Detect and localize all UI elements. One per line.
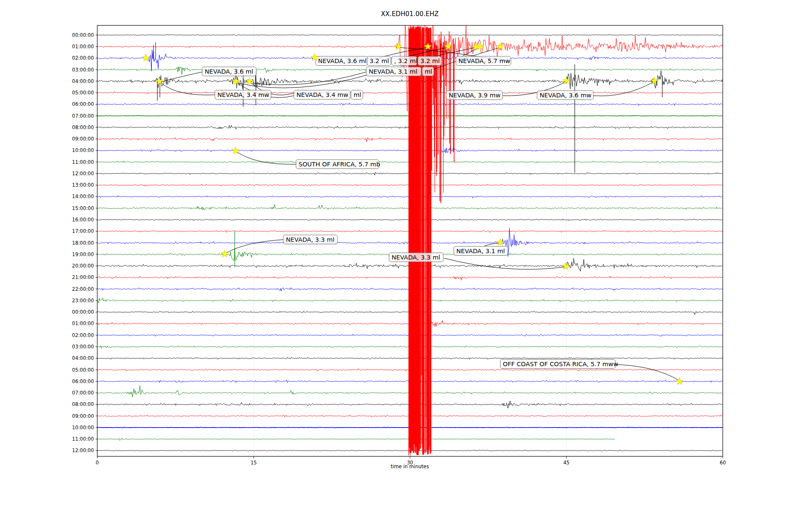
event-label-text: NEVADA, 3.9 mw (449, 92, 501, 99)
event-label: NEVADA, 3.4 mw (215, 90, 271, 99)
event-label-text: ml (354, 91, 361, 98)
event-star-icon (676, 378, 683, 384)
event-label: NEVADA, 3.3 ml (283, 235, 337, 244)
event-label-text: NEVADA, 3.6 mw (540, 92, 592, 99)
annotation-connector (252, 72, 366, 85)
row-time-label: 12:00:00 (72, 171, 94, 177)
event-label-text: NEVADA, 3.6 ml (205, 68, 253, 75)
annotation-connector (238, 152, 296, 164)
event-label: NEVADA, 3.6 mw (537, 91, 593, 100)
row-time-label: 07:00:00 (72, 113, 94, 119)
event-label: 3.2 ml (367, 56, 391, 66)
event-label: 3.2 ml (418, 56, 442, 66)
event-label: SOUTH OF AFRICA, 5.7 mb (296, 160, 380, 169)
event-label: NEVADA, 3.1 ml (454, 246, 508, 256)
event-label-text: , 3.2 ml (394, 58, 417, 64)
row-time-label: 00:00:00 (72, 309, 94, 315)
row-time-label: 05:00:00 (72, 367, 94, 373)
x-tick-label: 60 (720, 460, 726, 466)
row-time-label: 07:00:00 (72, 390, 94, 396)
row-time-label: 14:00:00 (72, 193, 94, 199)
row-time-label: 11:00:00 (72, 436, 94, 442)
plot-title: XX.EDH01.00.EHZ (381, 10, 439, 18)
row-time-label: 09:00:00 (72, 136, 94, 142)
event-label: NEVADA, 5.7 mw (456, 56, 511, 66)
row-time-label: 18:00:00 (72, 240, 94, 246)
row-time-label: 23:00:00 (72, 298, 94, 304)
row-time-label: 06:00:00 (72, 378, 94, 384)
trace-row-35-11:00:00 (97, 438, 615, 441)
event-label: NEVADA, 3.4 mw (294, 90, 350, 99)
row-time-label: 20:00:00 (72, 263, 94, 269)
x-axis-label: time in minutes (391, 464, 429, 469)
event-star-icon (395, 43, 402, 50)
helicorder-plot: 00:00:0001:00:0002:00:0003:00:0004:00:00… (0, 0, 812, 508)
row-time-label: 13:00:00 (72, 182, 94, 188)
row-time-label: 03:00:00 (72, 344, 94, 350)
row-time-label: 00:00:00 (72, 32, 94, 38)
row-time-label: 03:00:00 (72, 67, 94, 73)
annotation-connector (227, 240, 283, 253)
event-label: , 3.2 ml (392, 56, 417, 66)
annotation-connector (593, 83, 653, 96)
axis-ticks-and-labels: 00:00:0001:00:0002:00:0003:00:0004:00:00… (72, 32, 726, 466)
annotation-connector (615, 364, 678, 380)
event-star-icon (221, 250, 228, 257)
event-label-text: SOUTH OF AFRICA, 5.7 mb (299, 161, 380, 168)
event-star-icon (246, 77, 253, 84)
event-label-text: NEVADA, 3.1 ml (369, 68, 417, 75)
event-label-text: NEVADA, 3.1 ml (456, 248, 505, 254)
row-time-label: 04:00:00 (72, 78, 94, 84)
event-label-text: NEVADA, 5.7 mw (458, 58, 510, 64)
event-label: NEVADA, 3.1 ml (366, 67, 421, 76)
row-time-label: 11:00:00 (72, 159, 94, 165)
event-label-text: NEVADA, 3.4 mw (217, 91, 269, 98)
row-time-label: 19:00:00 (72, 251, 94, 257)
event-label-text: NEVADA, 3.6 ml (318, 58, 367, 64)
event-label-text: NEVADA, 3.3 ml (392, 254, 440, 261)
x-tick-label: 0 (96, 460, 99, 466)
event-label-text: NEVADA, 3.4 mw (296, 91, 348, 98)
row-time-label: 22:00:00 (72, 286, 94, 292)
event-label-text: 3.2 ml (420, 58, 440, 64)
event-label: ml (351, 90, 363, 99)
row-time-label: 10:00:00 (72, 147, 94, 153)
x-tick-label: 45 (563, 460, 570, 466)
row-time-label: 02:00:00 (72, 332, 94, 338)
row-time-label: 05:00:00 (72, 90, 94, 96)
row-time-label: 08:00:00 (72, 401, 94, 407)
event-label: ml (422, 67, 434, 76)
row-time-label: 09:00:00 (72, 413, 94, 419)
row-time-label: 16:00:00 (72, 217, 94, 223)
row-time-label: 10:00:00 (72, 425, 94, 431)
row-time-label: 01:00:00 (72, 320, 94, 326)
event-label: NEVADA, 3.6 ml (202, 67, 256, 76)
row-time-label: 15:00:00 (72, 205, 94, 211)
annotation-connector (444, 258, 564, 269)
event-label: NEVADA, 3.3 ml (389, 253, 443, 262)
row-time-label: 17:00:00 (72, 228, 94, 234)
annotation-connector (484, 243, 499, 246)
row-time-label: 02:00:00 (72, 55, 94, 61)
event-label: NEVADA, 3.9 mw (446, 91, 502, 100)
annotation-connector (161, 72, 202, 82)
seismogram-figure: 00:00:0001:00:0002:00:0003:00:0004:00:00… (0, 0, 812, 508)
row-time-label: 12:00:00 (72, 447, 94, 453)
event-label-text: OFF COAST OF COSTA RICA, 5.7 mww (503, 361, 618, 367)
event-label-text: ml (425, 68, 432, 75)
row-time-label: 01:00:00 (72, 44, 94, 50)
row-time-label: 04:00:00 (72, 355, 94, 361)
event-star-icon (142, 54, 149, 61)
event-label: NEVADA, 3.6 ml (315, 56, 368, 66)
event-label-text: 3.2 ml (370, 58, 389, 64)
event-label: OFF COAST OF COSTA RICA, 5.7 mww (500, 359, 618, 369)
row-time-label: 21:00:00 (72, 274, 94, 280)
row-time-label: 06:00:00 (72, 101, 94, 107)
x-tick-label: 15 (250, 460, 257, 466)
event-label-text: NEVADA, 3.3 ml (286, 236, 335, 243)
row-time-label: 08:00:00 (72, 124, 94, 130)
